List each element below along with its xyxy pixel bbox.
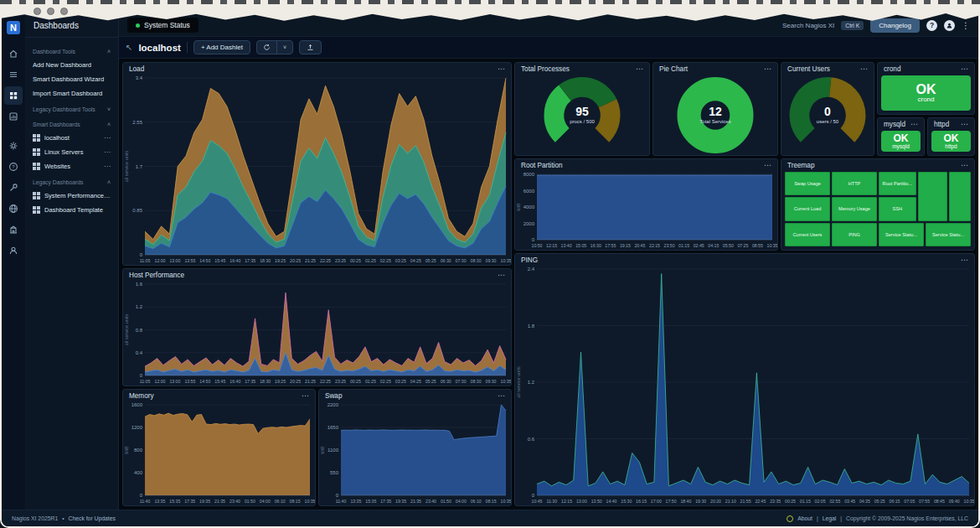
card-menu-icon[interactable]: ⋯ <box>910 122 918 127</box>
views-menu-icon[interactable] <box>4 65 23 84</box>
treemap-cell[interactable]: Service Statu... <box>926 223 971 246</box>
license-icon <box>787 515 793 522</box>
sidebar-item-system-performance-m-[interactable]: System Performance M... <box>30 189 113 203</box>
card-menu-icon[interactable]: ⋯ <box>764 67 771 71</box>
item-menu-icon[interactable]: ⋯ <box>104 148 111 156</box>
legal-link[interactable]: Legal <box>823 515 837 521</box>
svg-text:all service units: all service units <box>124 150 129 182</box>
card-pie-chart: Pie Chart⋯ 12Total Services <box>652 62 778 156</box>
treemap-cell[interactable]: Memory Usage <box>832 197 877 220</box>
card-menu-icon[interactable]: ⋯ <box>498 394 505 398</box>
item-menu-icon[interactable]: ⋯ <box>104 134 111 142</box>
card-menu-icon[interactable]: ⋯ <box>961 122 968 127</box>
dashboard-icon <box>33 163 40 170</box>
user-avatar-icon[interactable] <box>944 20 955 31</box>
svg-text:2.4: 2.4 <box>528 267 535 272</box>
treemap-cell[interactable]: Current Users <box>785 223 830 246</box>
footer: Nagios XI 2025R1 • Check for Updates Abo… <box>2 510 978 526</box>
svg-text:1200: 1200 <box>132 425 143 430</box>
svg-text:1.2: 1.2 <box>528 380 535 385</box>
card-menu-icon[interactable]: ⋯ <box>498 273 505 277</box>
httpd-status-box[interactable]: OK httpd <box>931 131 971 152</box>
svg-text:12:00: 12:00 <box>155 258 166 263</box>
load-chart: 00.851.72.553.4all service units11:0512:… <box>123 74 511 265</box>
svg-text:01:50: 01:50 <box>441 499 451 504</box>
dashboards-icon[interactable] <box>4 86 23 105</box>
svg-text:13:50: 13:50 <box>591 499 602 504</box>
svg-text:0: 0 <box>140 252 143 257</box>
sidebar-section-header[interactable]: Smart Dashboards˄ <box>30 116 113 131</box>
sidebar-section-header[interactable]: Legacy Dashboard Tools˅ <box>30 101 113 116</box>
add-dashlet-button[interactable]: + Add Dashlet <box>193 40 250 54</box>
network-globe-icon[interactable] <box>4 199 23 218</box>
svg-text:800: 800 <box>134 448 143 453</box>
mysqld-status-box[interactable]: OK mysqld <box>881 131 921 152</box>
treemap-cell[interactable]: SSH <box>879 197 916 220</box>
help-circle-icon[interactable]: ? <box>926 20 937 31</box>
treemap-cell[interactable]: Current Load <box>785 197 830 220</box>
sidebar-item-linux-servers[interactable]: Linux Servers⋯ <box>30 145 113 159</box>
changelog-button[interactable]: Changelog <box>870 18 920 33</box>
card-menu-icon[interactable]: ⋯ <box>302 394 309 398</box>
svg-text:07:30: 07:30 <box>456 258 467 263</box>
crond-status-box[interactable]: OK crond <box>881 75 971 111</box>
overflow-menu-icon[interactable]: ⋮ <box>962 21 970 30</box>
treemap-cell[interactable]: HTTP <box>832 172 877 195</box>
card-menu-icon[interactable]: ⋯ <box>860 67 868 71</box>
card-menu-icon[interactable]: ⋯ <box>961 67 968 71</box>
svg-text:1.2: 1.2 <box>136 304 143 309</box>
sidebar-item-localhost[interactable]: localhost⋯ <box>30 131 113 145</box>
svg-text:11:40: 11:40 <box>336 499 347 504</box>
treemap-cell[interactable] <box>918 172 947 221</box>
tools-wrench-icon[interactable] <box>4 179 23 197</box>
svg-text:09:30: 09:30 <box>486 379 497 384</box>
card-menu-icon[interactable]: ⋯ <box>961 163 968 168</box>
svg-text:04:00: 04:00 <box>260 499 271 504</box>
refresh-interval-chevron-icon[interactable]: ˅ <box>277 42 292 53</box>
settings-gear-icon[interactable] <box>4 137 23 155</box>
nagios-logo[interactable]: N <box>7 21 20 34</box>
system-status-button[interactable]: System Status <box>127 18 199 33</box>
sidebar-item-add-new-dashboard[interactable]: Add New Dashboard <box>30 58 113 72</box>
sidebar-section-header[interactable]: Dashboard Tools˄ <box>30 43 113 58</box>
sidebar-section-header[interactable]: Legacy Dashboards˄ <box>30 173 113 189</box>
item-menu-icon[interactable]: ⋯ <box>104 163 111 170</box>
treemap-cell[interactable] <box>949 172 971 221</box>
svg-text:04:35: 04:35 <box>859 499 870 504</box>
search-input[interactable]: Search Nagios XI <box>782 22 834 29</box>
sidebar-item-import-smart-dashboard[interactable]: Import Smart Dashboard <box>30 86 113 101</box>
sidebar-item-dashboard-template[interactable]: Dashboard Template <box>30 203 113 217</box>
reports-icon[interactable] <box>4 107 23 126</box>
home-icon[interactable] <box>4 44 23 63</box>
card-menu-icon[interactable]: ⋯ <box>764 163 771 168</box>
card-menu-icon[interactable]: ⋯ <box>498 67 505 71</box>
about-link[interactable]: About <box>797 515 812 521</box>
treemap-cell[interactable]: PING <box>832 223 877 246</box>
svg-text:04:25: 04:25 <box>410 379 421 384</box>
card-title: Root Partition <box>521 162 563 169</box>
treemap-cell[interactable]: Service Statu... <box>879 223 924 246</box>
card-menu-icon[interactable]: ⋯ <box>961 258 968 262</box>
svg-text:19:25: 19:25 <box>275 379 286 384</box>
svg-text:20:45: 20:45 <box>634 243 645 248</box>
svg-text:00:25: 00:25 <box>350 379 361 384</box>
svg-text:04:00: 04:00 <box>456 499 467 504</box>
export-button[interactable] <box>299 40 322 54</box>
svg-text:07:30: 07:30 <box>456 379 467 384</box>
user-profile-icon[interactable] <box>4 241 23 260</box>
check-updates-link[interactable]: Check for Updates <box>69 515 116 521</box>
search-shortcut-badge: Ctrl K <box>841 21 864 30</box>
card-menu-icon[interactable]: ⋯ <box>636 67 643 71</box>
svg-text:20:25: 20:25 <box>290 258 301 263</box>
treemap-cell[interactable]: Root Partitio... <box>879 172 916 195</box>
svg-text:2.55: 2.55 <box>132 120 142 125</box>
enterprise-building-icon[interactable] <box>4 220 23 239</box>
help-icon[interactable]: ? <box>4 158 23 176</box>
treemap-cell[interactable]: Swap Usage <box>785 172 830 195</box>
refresh-icon[interactable] <box>257 41 276 54</box>
sidebar-item-websites[interactable]: Websites⋯ <box>30 159 113 173</box>
svg-text:10:35: 10:35 <box>305 499 315 504</box>
back-arrow-icon[interactable]: ↖ <box>126 43 132 52</box>
svg-text:MiB: MiB <box>516 203 521 211</box>
sidebar-item-smart-dashboard-wizard[interactable]: Smart Dashboard Wizard <box>30 72 113 86</box>
